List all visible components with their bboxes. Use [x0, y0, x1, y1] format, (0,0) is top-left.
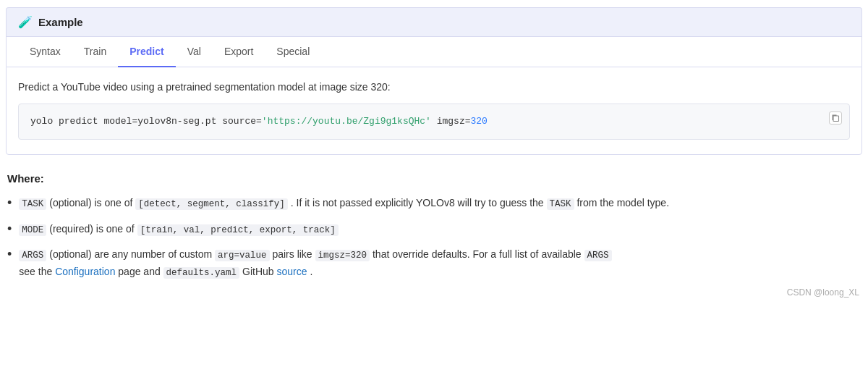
bullet-text-mode: MODE (required) is one of [train, val, p… [19, 221, 861, 238]
code-task: TASK [19, 198, 46, 210]
svg-rect-0 [833, 116, 839, 122]
tab-predict[interactable]: Predict [118, 37, 175, 67]
example-header: 🧪 Example [6, 7, 862, 36]
code-block: yolo predict model=yolov8n-seg.pt source… [18, 104, 850, 140]
code-detect-list: [detect, segment, classify] [135, 198, 288, 210]
code-mode: MODE [19, 224, 46, 236]
bullet-dot: • [7, 248, 12, 261]
tab-syntax[interactable]: Syntax [18, 37, 72, 67]
tab-val[interactable]: Val [176, 37, 213, 67]
code-imgsz: imgsz=320 [315, 250, 370, 261]
example-title: Example [38, 16, 83, 28]
list-item: • TASK (optional) is one of [detect, seg… [7, 195, 861, 212]
bullet-text-args: ARGS (optional) are any number of custom… [19, 246, 861, 280]
list-item: • MODE (required) is one of [train, val,… [7, 221, 861, 238]
code-args2: ARGS [584, 250, 612, 261]
where-title: Where: [7, 172, 861, 185]
where-section: Where: • TASK (optional) is one of [dete… [6, 172, 862, 281]
list-item: • ARGS (optional) are any number of cust… [7, 246, 861, 280]
tabs-container: Syntax Train Predict Val Export Special [6, 36, 862, 67]
code-defaults-yaml: defaults.yaml [163, 267, 240, 279]
code-prefix: yolo predict model=yolov8n-seg.pt source… [30, 116, 262, 127]
tab-train[interactable]: Train [72, 37, 118, 67]
configuration-link[interactable]: Configuration [55, 266, 115, 277]
copy-button[interactable] [829, 111, 842, 125]
bullet-dot: • [7, 196, 12, 209]
code-string: 'https://youtu.be/Zgi9g1ksQHc' [262, 116, 431, 127]
content-box: Predict a YouTube video using a pretrain… [6, 67, 862, 155]
code-value: 320 [471, 116, 488, 127]
code-args: ARGS [19, 250, 46, 261]
flask-icon: 🧪 [18, 15, 33, 29]
bullet-text-task: TASK (optional) is one of [detect, segme… [19, 195, 861, 212]
tab-export[interactable]: Export [213, 37, 265, 67]
tab-special[interactable]: Special [265, 37, 321, 67]
code-task2: TASK [547, 198, 574, 210]
code-arg-value: arg=value [215, 250, 270, 261]
description-text: Predict a YouTube video using a pretrain… [18, 79, 850, 95]
watermark: CSDN @loong_XL [6, 287, 862, 298]
bullet-list: • TASK (optional) is one of [detect, seg… [7, 195, 861, 281]
source-link[interactable]: source [277, 266, 307, 277]
code-suffix: imgsz= [431, 116, 471, 127]
code-mode-list: [train, val, predict, export, track] [137, 224, 339, 236]
bullet-dot: • [7, 222, 12, 235]
